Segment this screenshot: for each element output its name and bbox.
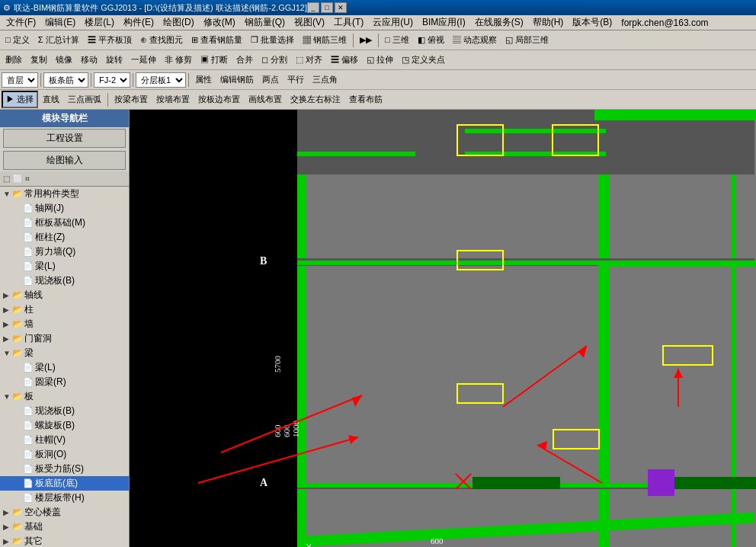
toolbar4-btn-6[interactable]: 画线布置	[245, 91, 286, 107]
menu-item-10[interactable]: BIM应用(I)	[418, 14, 470, 30]
toolbar2-btn-8[interactable]: 合并	[232, 52, 257, 68]
toolbar3-btn-1[interactable]: 编辑钢筋	[216, 72, 258, 88]
tree-item-axis-grid[interactable]: 📄轴网(J)	[0, 201, 129, 216]
layer-select[interactable]: 分层板1	[136, 72, 186, 88]
tree-item-beam-l[interactable]: 📄梁(L)	[0, 360, 129, 375]
tree-expand-axis[interactable]: ▶	[3, 291, 12, 299]
tree-item-door-window[interactable]: ▶📂门窗洞	[0, 331, 129, 346]
floor-select[interactable]: 首层	[2, 72, 38, 88]
menu-item-1[interactable]: 编辑(E)	[40, 14, 80, 30]
tree-item-beam[interactable]: 📄梁(L)	[0, 259, 129, 274]
toolbar3-btn-3[interactable]: 平行	[284, 72, 308, 88]
tree-expand-foundation2[interactable]: ▶	[3, 523, 12, 531]
menu-item-0[interactable]: 文件(F)	[2, 14, 40, 30]
toolbar3-btn-4[interactable]: 三点角	[309, 72, 341, 88]
member-select[interactable]: 板条筋	[43, 72, 88, 88]
toolbar4-btn-4[interactable]: 按墙布置	[152, 91, 194, 107]
menu-item-6[interactable]: 钢筋量(Q)	[240, 14, 290, 30]
tree-item-floor-band[interactable]: 📄楼层板带(H)	[0, 491, 129, 505]
tree-expand-hollow-slab[interactable]: ▶	[3, 508, 12, 517]
toolbar1-btn-8[interactable]: □ 三维	[381, 32, 413, 48]
tree-item-shear-wall[interactable]: 📄剪力墙(Q)	[0, 245, 129, 259]
toolbar2-btn-10[interactable]: ⬚ 对齐	[292, 52, 326, 68]
type-select[interactable]: FJ-2	[94, 72, 130, 88]
toolbar4-btn-7[interactable]: 交换左右标注	[287, 91, 344, 107]
drawing-input-button[interactable]: 绘图输入	[3, 151, 126, 170]
toolbar1-btn-9[interactable]: ◧ 俯视	[414, 32, 448, 48]
menu-item-2[interactable]: 楼层(L)	[80, 14, 119, 30]
menu-item-12[interactable]: 帮助(H)	[528, 14, 569, 30]
toolbar2-btn-11[interactable]: ☰ 偏移	[327, 52, 362, 68]
toolbar1-btn-4[interactable]: ⊞ 查看钢筋量	[187, 32, 246, 48]
toolbar2-btn-3[interactable]: 移动	[77, 52, 101, 68]
toolbar2-btn-13[interactable]: ◳ 定义夹点	[398, 52, 449, 68]
toolbar2-btn-9[interactable]: ◻ 分割	[258, 52, 291, 68]
toolbar2-btn-6[interactable]: 非 修剪	[161, 52, 196, 68]
tree-item-other[interactable]: ▶📂其它	[0, 534, 129, 547]
tree-item-beam-group[interactable]: ▼📂梁	[0, 346, 129, 360]
toolbar4-btn-3[interactable]: 按梁布置	[111, 91, 152, 107]
tree-item-col[interactable]: ▶📂柱	[0, 302, 129, 317]
tree-item-foundation[interactable]: 📄框板基础(M)	[0, 216, 129, 230]
tree-item-axis[interactable]: ▶📂轴线	[0, 288, 129, 302]
menu-item-9[interactable]: 云应用(U)	[368, 14, 418, 30]
minimize-button[interactable]: _	[307, 2, 319, 13]
toolbar2-btn-0[interactable]: 删除	[2, 52, 26, 68]
tree-item-circle-beam[interactable]: 📄圆梁(R)	[0, 375, 129, 389]
toolbar4-btn-2[interactable]: 三点画弧	[64, 91, 105, 107]
tree-item-slab-bottom[interactable]: 📄板底筋(底)	[0, 476, 129, 491]
toolbar4-btn-8[interactable]: 查看布筋	[345, 91, 386, 107]
toolbar1-btn-6[interactable]: ▦ 钢筋三维	[299, 32, 351, 48]
project-settings-button[interactable]: 工程设置	[3, 129, 126, 148]
tree-item-slab-force[interactable]: 📄板受力筋(S)	[0, 462, 129, 476]
tree-expand-beam-group[interactable]: ▼	[3, 349, 12, 357]
tree-item-slab-group[interactable]: ▼📂板	[0, 389, 129, 404]
tree-expand-col[interactable]: ▶	[3, 305, 12, 314]
toolbar4-btn-1[interactable]: 直线	[39, 91, 63, 107]
toolbar4-btn-5[interactable]: 按板边布置	[194, 91, 244, 107]
menu-item-4[interactable]: 绘图(D)	[159, 14, 199, 30]
toolbar4-btn-0[interactable]: ▶ 选择	[2, 91, 38, 108]
toolbar1-btn-5[interactable]: ❒ 批量选择	[247, 32, 298, 48]
tree-item-slab-hole[interactable]: 📄板洞(O)	[0, 447, 129, 462]
tree-expand-wall[interactable]: ▶	[3, 320, 12, 328]
toolbar2-btn-7[interactable]: ▣ 打断	[197, 52, 232, 68]
menu-item-13[interactable]: 版本号(B)	[568, 14, 617, 30]
toolbar1-btn-2[interactable]: ☰ 平齐板顶	[84, 32, 136, 48]
tree-item-foundation2[interactable]: ▶📂基础	[0, 520, 129, 534]
tree-item-floor-slab[interactable]: 📄现浇板(B)	[0, 274, 129, 288]
toolbar2-btn-1[interactable]: 复制	[27, 52, 51, 68]
toolbar1-btn-1[interactable]: Σ 汇总计算	[34, 32, 83, 48]
tree-item-hollow-slab[interactable]: ▶📂空心楼盖	[0, 505, 129, 520]
toolbar2-btn-5[interactable]: 一延伸	[127, 52, 160, 68]
toolbar3-btn-2[interactable]: 两点	[258, 72, 283, 88]
toolbar1-btn-7[interactable]: ▶▶	[356, 33, 376, 47]
toolbar1-btn-3[interactable]: ⊕ 查找图元	[136, 32, 187, 48]
toolbar1-btn-11[interactable]: ◱ 局部三维	[501, 32, 553, 48]
toolbar2-btn-12[interactable]: ◱ 拉伸	[363, 52, 397, 68]
tree-item-cast-slab[interactable]: 📄现浇板(B)	[0, 404, 129, 418]
tree-expand-door-window[interactable]: ▶	[3, 334, 12, 343]
tree-item-common-types[interactable]: ▼📂常用构件类型	[0, 187, 129, 201]
tree-item-pillar-cap[interactable]: 📄柱帽(V)	[0, 433, 129, 447]
toolbar3-btn-0[interactable]: 属性	[191, 72, 216, 88]
close-button[interactable]: ✕	[335, 2, 347, 13]
tree-item-wall[interactable]: ▶📂墙	[0, 317, 129, 331]
menu-item-11[interactable]: 在线服务(S)	[470, 14, 528, 30]
tree-expand-other[interactable]: ▶	[3, 537, 12, 545]
menu-item-14[interactable]: forpk.chen@163.com	[617, 16, 713, 30]
toolbar2-btn-4[interactable]: 旋转	[102, 52, 127, 68]
tree-expand-slab-group[interactable]: ▼	[3, 392, 12, 401]
toolbar1-btn-10[interactable]: ▤ 动态观察	[449, 32, 501, 48]
canvas-area[interactable]: 5700 600 600 1000 600 B A	[130, 110, 756, 547]
tree-item-spiral-slab[interactable]: 📄螺旋板(B)	[0, 418, 129, 433]
menu-item-3[interactable]: 构件(E)	[119, 14, 159, 30]
maximize-button[interactable]: □	[321, 2, 333, 13]
menu-item-5[interactable]: 修改(M)	[199, 14, 240, 30]
toolbar1-btn-0[interactable]: □ 定义	[2, 32, 34, 48]
menu-item-8[interactable]: 工具(T)	[329, 14, 368, 30]
tree-item-column[interactable]: 📄框柱(Z)	[0, 230, 129, 245]
tree-expand-common-types[interactable]: ▼	[3, 190, 12, 198]
menu-item-7[interactable]: 视图(V)	[290, 14, 329, 30]
toolbar2-btn-2[interactable]: 镜像	[52, 52, 76, 68]
